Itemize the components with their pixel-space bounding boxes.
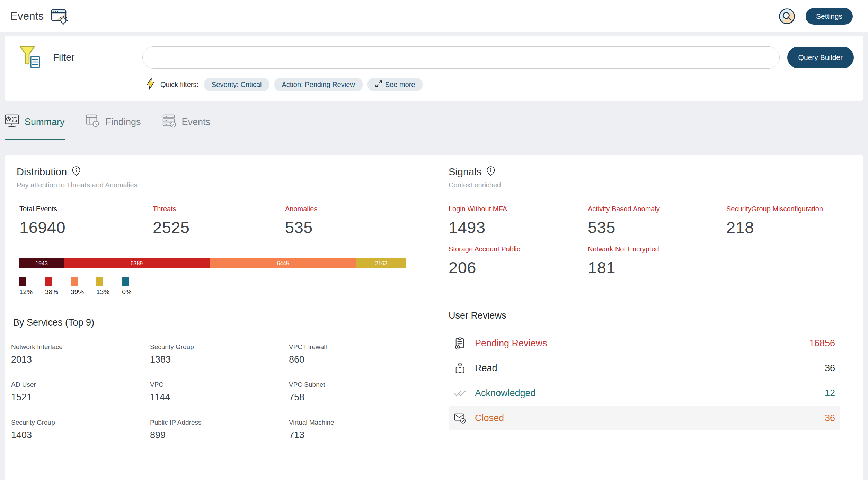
signal-stat: SecurityGroup Misconfiguration218 (726, 205, 840, 237)
service-value: 758 (289, 392, 421, 403)
service-item: Virtual Machine713 (289, 419, 421, 441)
legend-swatch (122, 277, 129, 286)
signal-stat: Activity Based Anomaly535 (588, 205, 726, 237)
review-row-closed[interactable]: Closed 36 (449, 406, 840, 430)
window-bulb-icon (51, 8, 69, 25)
legend-swatch (19, 277, 26, 286)
service-label: Public IP Address (150, 419, 289, 426)
signal-label: Activity Based Anomaly (588, 205, 726, 213)
filter-panel: Filter Query Builder Quick filters: Seve… (5, 36, 863, 101)
service-item: VPC Firewall860 (289, 343, 421, 365)
review-value: 16856 (809, 338, 835, 349)
tab-label: Events (182, 117, 211, 127)
service-item: Public IP Address899 (150, 419, 289, 441)
clipboard-plus-icon (453, 337, 467, 350)
app-header: Events Settings (0, 0, 868, 32)
bar-segment-label: 6389 (131, 260, 143, 267)
distribution-section: Distribution Pay attention to Threats an… (5, 155, 435, 480)
signals-subtitle: Context enriched (449, 181, 840, 189)
review-row-read[interactable]: Read 36 (449, 356, 840, 381)
bar-segment: 2163 (356, 258, 406, 268)
quick-filter-chip-severity[interactable]: Severity: Critical (204, 78, 269, 91)
distribution-stacked-bar: 1943 6389 6445 2163 (19, 258, 406, 268)
signal-value: 181 (588, 258, 726, 277)
search-icon (779, 8, 795, 25)
info-icon[interactable] (72, 166, 81, 178)
bar-segment-label: 1943 (35, 260, 48, 267)
bar-segment: 6445 (210, 258, 357, 268)
review-row-acknowledged[interactable]: Acknowledged 12 (449, 381, 840, 406)
service-value: 1521 (11, 392, 150, 403)
by-services-title: By Services (Top 9) (13, 317, 421, 328)
server-check-icon (162, 114, 176, 130)
stat-label: Total Events (19, 205, 153, 213)
filter-funnel-icon (18, 44, 41, 71)
service-item: Security Group1383 (150, 343, 289, 365)
tab-label: Summary (25, 117, 65, 127)
legend-item: 39% (71, 277, 84, 296)
info-icon[interactable] (486, 166, 495, 178)
distribution-subtitle: Pay attention to Threats and Anomalies (17, 181, 421, 189)
tab-findings[interactable]: Findings (86, 114, 141, 140)
signal-label: SecurityGroup Misconfiguration (726, 205, 840, 213)
review-value: 36 (825, 363, 835, 374)
user-reviews-title: User Reviews (449, 310, 840, 321)
query-builder-button[interactable]: Query Builder (787, 47, 854, 68)
legend-percent: 13% (96, 288, 109, 296)
stat-threats: Threats 2525 (153, 205, 285, 237)
tab-events[interactable]: Events (162, 114, 211, 140)
service-item: Security Group1403 (11, 419, 150, 441)
legend-percent: 39% (71, 288, 84, 296)
by-services-grid: Network Interface2013 Security Group1383… (11, 343, 421, 441)
stat-label: Anomalies (285, 205, 421, 213)
signal-stat: Network Not Encrypted181 (588, 245, 726, 277)
legend-percent: 12% (19, 288, 33, 296)
legend-item: 38% (45, 277, 58, 296)
distribution-stats: Total Events 16940 Threats 2525 Anomalie… (17, 205, 421, 237)
bar-segment-label: 6445 (277, 260, 289, 267)
expand-icon (375, 80, 382, 89)
service-label: Security Group (150, 343, 289, 351)
service-label: VPC Subnet (289, 381, 421, 389)
bar-segment: 6389 (64, 258, 210, 268)
signals-section: Signals Context enriched Login Without M… (435, 155, 863, 480)
monitor-chart-icon (5, 114, 19, 130)
see-more-chip[interactable]: See more (367, 78, 423, 91)
service-value: 1403 (11, 430, 150, 441)
service-label: VPC Firewall (289, 343, 421, 351)
signal-stat: Login Without MFA1493 (449, 205, 588, 237)
signal-value: 206 (449, 258, 588, 277)
review-row-pending[interactable]: Pending Reviews 16856 (449, 331, 840, 356)
signals-stats: Login Without MFA1493 Activity Based Ano… (449, 205, 840, 277)
tab-label: Findings (106, 117, 141, 127)
service-label: Network Interface (11, 343, 150, 351)
filter-label: Filter (53, 52, 74, 63)
chip-label: See more (385, 81, 415, 89)
service-value: 1383 (150, 354, 289, 365)
chip-label: Severity: Critical (212, 81, 262, 89)
search-button[interactable] (779, 8, 795, 25)
distribution-title: Distribution (17, 166, 67, 178)
service-item: VPC Subnet758 (289, 381, 421, 403)
table-clock-icon (86, 114, 100, 130)
settings-button[interactable]: Settings (806, 8, 853, 25)
service-label: AD User (11, 381, 150, 389)
filter-input[interactable] (142, 46, 780, 69)
signal-value: 535 (588, 218, 726, 237)
quick-filter-chip-action[interactable]: Action: Pending Review (274, 78, 363, 91)
double-check-icon (453, 388, 467, 398)
legend-item: 0% (122, 277, 131, 296)
service-value: 2013 (11, 354, 150, 365)
tab-summary[interactable]: Summary (5, 114, 65, 140)
legend-item: 13% (96, 277, 109, 296)
page-title: Events (10, 10, 44, 23)
legend-swatch (45, 277, 52, 286)
stat-anomalies: Anomalies 535 (285, 205, 421, 237)
review-value: 12 (825, 388, 835, 399)
review-value: 36 (825, 413, 835, 424)
legend-swatch (71, 277, 78, 286)
stat-value: 16940 (19, 218, 153, 237)
stat-total-events: Total Events 16940 (19, 205, 153, 237)
legend-swatch (96, 277, 103, 286)
user-reviews-list: Pending Reviews 16856 Read 36 (449, 331, 840, 430)
